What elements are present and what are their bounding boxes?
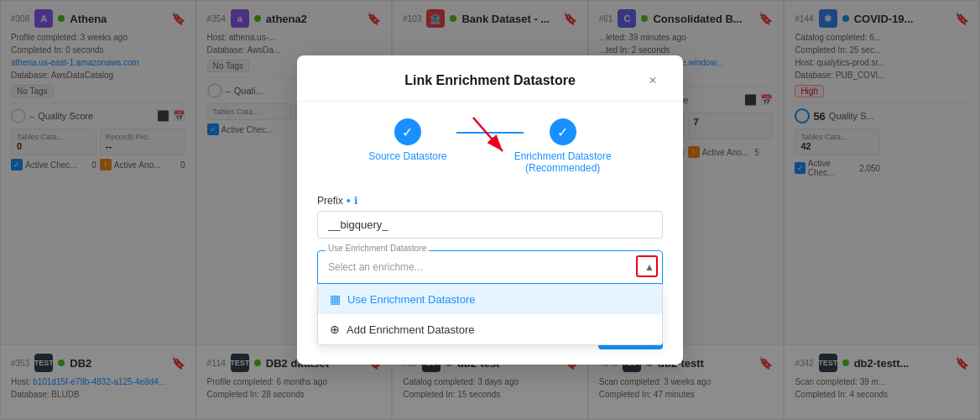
prefix-label: Prefix • ℹ bbox=[317, 194, 663, 207]
step-enrichment: ✓ Enrichment Datastore(Recommended) bbox=[514, 118, 612, 174]
prefix-field-group: Prefix • ℹ bbox=[317, 194, 663, 239]
modal-overlay[interactable]: Link Enrichment Datastore × ✓ Source Dat… bbox=[0, 0, 980, 420]
dropdown-item-use[interactable]: ▦ Use Enrichment Datastore bbox=[318, 284, 662, 314]
dropdown-menu: ▦ Use Enrichment Datastore ⊕ Add Enrichm… bbox=[317, 284, 663, 345]
dropdown-placeholder: Select an enrichme... bbox=[328, 261, 423, 273]
enrichment-dropdown[interactable]: Select an enrichme... bbox=[317, 250, 663, 284]
dropdown-float-label: Use Enrichment Datastore bbox=[326, 244, 429, 253]
modal-close-button[interactable]: × bbox=[643, 71, 663, 91]
step-source: ✓ Source Datastore bbox=[368, 118, 446, 162]
required-indicator: • bbox=[347, 194, 351, 207]
modal-body: ✓ Source Datastore ✓ Enrichment Datastor… bbox=[297, 102, 683, 312]
add-enrichment-label: Add Enrichment Datastore bbox=[347, 323, 474, 336]
enrichment-dropdown-group: Use Enrichment Datastore Select an enric… bbox=[317, 250, 663, 284]
dropdown-wrapper: Select an enrichme... ▲ ▦ Use Enrichment… bbox=[317, 250, 663, 284]
grid-icon: ▦ bbox=[330, 292, 341, 306]
prefix-input[interactable] bbox=[317, 211, 663, 239]
enrichment-dropdown-container: Use Enrichment Datastore Select an enric… bbox=[317, 250, 663, 284]
modal-header: Link Enrichment Datastore × bbox=[297, 55, 683, 102]
use-enrichment-label: Use Enrichment Datastore bbox=[347, 293, 475, 306]
plus-circle-icon: ⊕ bbox=[330, 323, 340, 336]
dropdown-item-add[interactable]: ⊕ Add Enrichment Datastore bbox=[318, 314, 662, 344]
modal-dialog: Link Enrichment Datastore × ✓ Source Dat… bbox=[297, 55, 683, 365]
modal-title: Link Enrichment Datastore bbox=[337, 73, 643, 88]
info-icon[interactable]: ℹ bbox=[354, 195, 358, 207]
step-enrichment-label: Enrichment Datastore(Recommended) bbox=[514, 150, 612, 174]
wizard-steps: ✓ Source Datastore ✓ Enrichment Datastor… bbox=[317, 118, 663, 174]
step-source-label: Source Datastore bbox=[368, 150, 446, 162]
step-source-circle: ✓ bbox=[394, 118, 421, 145]
step-enrichment-circle: ✓ bbox=[550, 118, 576, 145]
